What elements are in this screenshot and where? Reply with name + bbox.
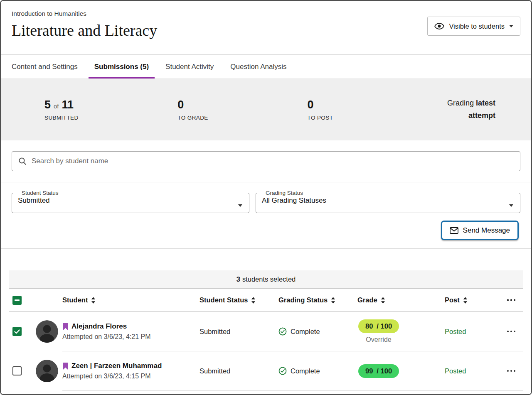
grading-status-label: Complete (291, 367, 320, 375)
grade-max: / 100 (377, 367, 392, 375)
submitted-total: 11 (62, 98, 74, 111)
post-status[interactable]: Posted (445, 328, 466, 335)
search-box (12, 151, 520, 171)
grade-value: 99 (365, 367, 373, 375)
submitted-value: 5 (44, 98, 51, 111)
table-header-row: Student Student Status Grading Status Gr… (9, 289, 523, 312)
select-all-checkbox[interactable] (12, 296, 22, 305)
attempted-date: Attempted on 3/6/23, 4:21 PM (62, 333, 200, 341)
tab-content-and-settings[interactable]: Content and Settings (12, 55, 78, 79)
send-message-label: Send Message (463, 226, 510, 235)
column-label: Post (445, 296, 460, 304)
row-overflow-menu-button[interactable] (503, 366, 520, 376)
selection-summary: 3 students selected (9, 270, 523, 289)
student-status-select[interactable]: Student Status Submitted (12, 190, 249, 213)
eye-icon (434, 23, 444, 29)
grading-status-value: All Grading Statuses (262, 196, 514, 205)
grading-status-cell: Complete (278, 367, 357, 375)
stat-submitted: 5 of 11 SUBMITTED (44, 98, 79, 121)
stat-to-grade: 0 TO GRADE (177, 98, 208, 121)
tab-student-activity[interactable]: Student Activity (165, 55, 214, 79)
grade-pill[interactable]: 80 / 100 (358, 319, 399, 333)
row-divider (62, 390, 523, 391)
attempted-date: Attempted on 3/6/23, 4:15 PM (62, 373, 200, 380)
grade-max: / 100 (377, 322, 392, 330)
selected-count: 3 (236, 275, 240, 283)
search-icon (18, 157, 27, 165)
visibility-label: Visible to students (449, 22, 505, 30)
submitted-label: SUBMITTED (44, 115, 79, 121)
send-message-button[interactable]: Send Message (441, 221, 519, 240)
column-label: Grade (357, 296, 377, 304)
page-header: Introduction to Humanities Literature an… (1, 1, 531, 55)
grading-mode-prefix: Grading (447, 99, 474, 107)
grading-status-select[interactable]: Grading Status All Grading Statuses (256, 190, 520, 213)
row-checkbox[interactable] (12, 327, 22, 336)
column-header-grading-status[interactable]: Grading Status (278, 296, 357, 304)
visibility-dropdown-button[interactable]: Visible to students (427, 17, 520, 36)
sort-icon (91, 297, 96, 304)
student-status-value: Submitted (18, 196, 243, 205)
grade-pill[interactable]: 99 / 100 (358, 364, 399, 378)
submissions-table: 3 students selected Student Student Stat… (9, 270, 523, 391)
student-status-label: Student Status (20, 190, 61, 196)
student-status-cell: Submitted (200, 367, 278, 375)
filters-section: Student Status Submitted Grading Status … (1, 182, 531, 248)
sort-icon (331, 297, 335, 304)
section-divider (1, 248, 531, 249)
column-header-post[interactable]: Post (445, 296, 500, 304)
column-label: Grading Status (278, 296, 328, 304)
tab-question-analysis[interactable]: Question Analysis (230, 55, 286, 79)
accommodations-flag-icon (62, 323, 69, 331)
to-grade-label: TO GRADE (177, 115, 208, 121)
chevron-down-icon (509, 204, 513, 207)
grading-status-cell: Complete (278, 327, 357, 336)
table-row: Zeen | Farzeen Muhammad Attempted on 3/6… (9, 351, 523, 390)
table-row: Alejandra Flores Attempted on 3/6/23, 4:… (9, 312, 523, 351)
student-name[interactable]: Zeen | Farzeen Muhammad (71, 362, 162, 370)
grading-mode: Grading latest attempt (432, 97, 495, 122)
tab-bar: Content and Settings Submissions (5) Stu… (1, 55, 531, 79)
accommodations-flag-icon (62, 362, 69, 370)
column-label: Student Status (200, 296, 248, 304)
stats-strip: 5 of 11 SUBMITTED 0 TO GRADE 0 TO POST G… (1, 79, 531, 140)
row-overflow-menu-button[interactable] (503, 326, 520, 337)
column-label: Student (62, 296, 88, 304)
sort-icon (251, 297, 256, 304)
grading-status-label: Grading Status (264, 190, 305, 196)
sort-icon (463, 297, 468, 304)
complete-check-icon (278, 327, 287, 336)
to-post-value: 0 (307, 98, 313, 111)
search-input[interactable] (32, 157, 514, 165)
envelope-icon (450, 227, 458, 234)
override-label: Override (366, 336, 391, 343)
grading-status-label: Complete (291, 328, 320, 336)
complete-check-icon (278, 367, 287, 375)
table-overflow-menu-button[interactable] (503, 295, 520, 305)
grade-value: 80 (365, 322, 373, 330)
student-status-cell: Submitted (200, 328, 278, 336)
sort-icon (381, 297, 385, 304)
stat-to-post: 0 TO POST (307, 98, 333, 121)
chevron-down-icon (509, 25, 513, 27)
to-post-label: TO POST (307, 115, 333, 121)
submitted-of: of (54, 103, 59, 110)
column-header-student[interactable]: Student (62, 296, 200, 304)
to-grade-value: 0 (177, 98, 184, 111)
avatar (36, 320, 58, 343)
tab-submissions[interactable]: Submissions (5) (94, 55, 149, 79)
selected-suffix: students selected (242, 275, 296, 283)
column-header-student-status[interactable]: Student Status (200, 296, 278, 304)
column-header-grade[interactable]: Grade (357, 296, 445, 304)
avatar (36, 360, 58, 382)
chevron-down-icon (238, 204, 242, 207)
assessment-submissions-page: Introduction to Humanities Literature an… (0, 0, 532, 395)
search-section (1, 140, 531, 182)
row-checkbox[interactable] (12, 366, 22, 375)
post-status[interactable]: Posted (445, 367, 466, 375)
student-name[interactable]: Alejandra Flores (71, 322, 127, 331)
